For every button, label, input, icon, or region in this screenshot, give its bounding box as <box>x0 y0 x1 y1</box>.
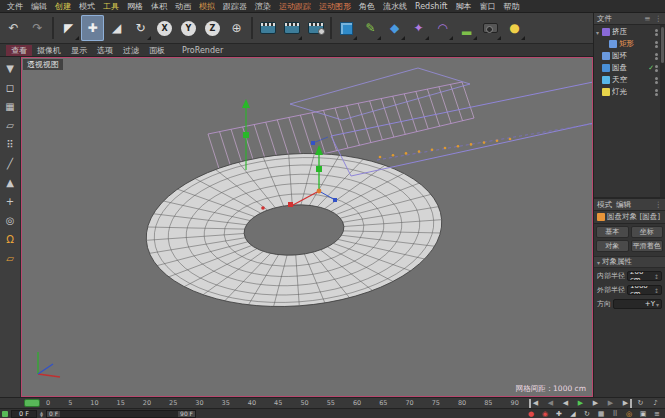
visibility-dots[interactable] <box>655 29 658 36</box>
menu-motion-tracking[interactable]: 运动跟踪 <box>275 1 315 12</box>
toolbar-separator[interactable] <box>251 17 253 39</box>
axis-z-lock-button[interactable]: Z <box>201 15 224 41</box>
am-menu-mode[interactable]: 模式 <box>597 200 612 210</box>
viewport-solo-button[interactable]: ◎ <box>2 212 19 228</box>
menu-character[interactable]: 角色 <box>355 1 379 12</box>
render-settings-button[interactable] <box>304 15 327 41</box>
prorender-menu[interactable]: ProRender <box>182 46 223 55</box>
make-editable-button[interactable]: ▼ <box>2 60 19 76</box>
om-search-icon[interactable]: ≡ <box>644 14 650 23</box>
environment-button[interactable]: ▂ <box>455 15 478 41</box>
object-light[interactable]: 灯光 <box>594 86 665 98</box>
vp-menu-panel[interactable]: 面板 <box>144 45 170 56</box>
menu-simulate[interactable]: 模拟 <box>195 1 219 12</box>
keyframe-rotation-button[interactable]: ↻ <box>581 409 593 418</box>
toolbar-separator[interactable] <box>52 17 54 39</box>
keyframe-position-button[interactable]: ✚ <box>553 409 565 418</box>
am-menu-edit[interactable]: 编辑 <box>616 200 631 210</box>
next-key-button[interactable]: ▶ <box>604 399 617 408</box>
menu-redshift[interactable]: Redshift <box>411 2 451 11</box>
object-extrude[interactable]: ▾ 挤压 <box>594 26 665 38</box>
texture-mode-button[interactable]: ▦ <box>2 98 19 114</box>
om-more-icon[interactable]: ⋮ <box>655 14 663 23</box>
menu-mode[interactable]: 模式 <box>75 1 99 12</box>
am-tab-phong[interactable]: 平滑着色 <box>631 240 664 252</box>
deformer-button[interactable]: ◠ <box>431 15 454 41</box>
vp-menu-camera[interactable]: 摄像机 <box>32 45 66 56</box>
am-tab-object[interactable]: 对象 <box>596 240 629 252</box>
am-tab-coord[interactable]: 坐标 <box>631 226 664 238</box>
axis-x-lock-button[interactable]: X <box>153 15 176 41</box>
keyframe-scale-button[interactable]: ◢ <box>567 409 579 418</box>
previous-key-button[interactable]: ◀ <box>544 399 557 408</box>
menu-help[interactable]: 帮助 <box>499 1 523 12</box>
record-keyframe-button[interactable]: ● <box>525 409 537 418</box>
frame-spinner[interactable]: ▲▼ <box>40 411 43 417</box>
field-value[interactable]: 200 cm↕ <box>627 271 662 281</box>
visibility-dots[interactable] <box>655 89 658 96</box>
move-tool[interactable]: ✚ <box>81 15 104 41</box>
object-tag-icon[interactable]: ✓ <box>648 64 654 72</box>
coordinate-system-button[interactable]: ⊕ <box>225 15 248 41</box>
next-frame-button[interactable]: ▶ <box>589 399 602 408</box>
om-menu-file[interactable]: 文件 <box>597 14 612 24</box>
vp-menu-options[interactable]: 选项 <box>92 45 118 56</box>
spline-pen-button[interactable]: ✎ <box>359 15 382 41</box>
vp-menu-filter[interactable]: 过滤 <box>118 45 144 56</box>
am-more-icon[interactable]: ⋮ <box>655 200 663 209</box>
object-circle-spline[interactable]: 圆环 <box>594 50 665 62</box>
keyframe-pla-button[interactable]: ⠿ <box>609 409 621 418</box>
snap-button[interactable]: Ω <box>2 231 19 247</box>
previous-frame-button[interactable]: ◀ <box>559 399 572 408</box>
visibility-dots[interactable] <box>655 65 658 72</box>
undo-button[interactable]: ↶ <box>2 15 25 41</box>
play-forward-button[interactable]: ▶ <box>574 399 587 408</box>
vp-menu-display[interactable]: 显示 <box>66 45 92 56</box>
visibility-dots[interactable] <box>655 41 658 48</box>
menu-file[interactable]: 文件 <box>3 1 27 12</box>
keyframe-parameter-button[interactable]: ▦ <box>595 409 607 418</box>
autokey-button[interactable]: ◉ <box>539 409 551 418</box>
range-start-handle[interactable]: 0 F <box>47 411 60 417</box>
menu-script[interactable]: 脚本 <box>451 1 475 12</box>
loop-button[interactable]: ↻ <box>634 399 647 408</box>
enable-axis-button[interactable]: + <box>2 193 19 209</box>
model-mode-button[interactable]: ◻ <box>2 79 19 95</box>
menu-render[interactable]: 渲染 <box>251 1 275 12</box>
light-button[interactable]: ● <box>503 15 526 41</box>
object-disc[interactable]: 圆盘 ✓ <box>594 62 665 74</box>
rotate-tool[interactable]: ↻ <box>129 15 152 41</box>
viewport-canvas[interactable]: 透视视图 网格间距 : 1000 cm <box>21 57 593 397</box>
camera-button[interactable] <box>479 15 502 41</box>
menu-tracker[interactable]: 跟踪器 <box>219 1 251 12</box>
visibility-dots[interactable] <box>655 77 658 84</box>
visibility-dots[interactable] <box>655 53 658 60</box>
timeline-ruler[interactable]: 051015202530354045505560657075808590 ◀◀◀… <box>0 397 665 408</box>
redo-button[interactable]: ↷ <box>26 15 49 41</box>
menu-mograph[interactable]: 运动图形 <box>315 1 355 12</box>
menu-edit[interactable]: 编辑 <box>27 1 51 12</box>
vp-menu-view[interactable]: 查看 <box>6 45 32 56</box>
timeline-playhead[interactable] <box>24 399 40 407</box>
edges-mode-button[interactable]: ╱ <box>2 155 19 171</box>
object-sky[interactable]: 天空 <box>594 74 665 86</box>
go-to-start-button[interactable]: ◀ <box>529 399 542 408</box>
workplane-snap-button[interactable]: ▱ <box>2 250 19 266</box>
menu-window[interactable]: 窗口 <box>475 1 499 12</box>
am-tab-basic[interactable]: 基本 <box>596 226 629 238</box>
field-value[interactable]: +Y▾ <box>613 299 662 309</box>
menu-tools[interactable]: 工具 <box>99 1 123 12</box>
range-end-handle[interactable]: 90 F <box>178 411 195 417</box>
object-properties-header[interactable]: ▾ 对象属性 <box>594 256 665 268</box>
axis-y-lock-button[interactable]: Y <box>177 15 200 41</box>
render-picture-viewer-button[interactable] <box>280 15 303 41</box>
menu-animate[interactable]: 动画 <box>171 1 195 12</box>
menu-create[interactable]: 创建 <box>51 1 75 12</box>
primitive-cube-button[interactable] <box>335 15 358 41</box>
go-to-end-button[interactable]: ▶ <box>619 399 632 408</box>
current-frame-input[interactable]: 0 F <box>11 410 37 418</box>
generator-button[interactable]: ✦ <box>407 15 430 41</box>
menu-volume[interactable]: 体积 <box>147 1 171 12</box>
playback-solo-button[interactable]: ◎ <box>623 409 635 418</box>
panel-menu-button[interactable]: ≡ <box>651 409 663 418</box>
